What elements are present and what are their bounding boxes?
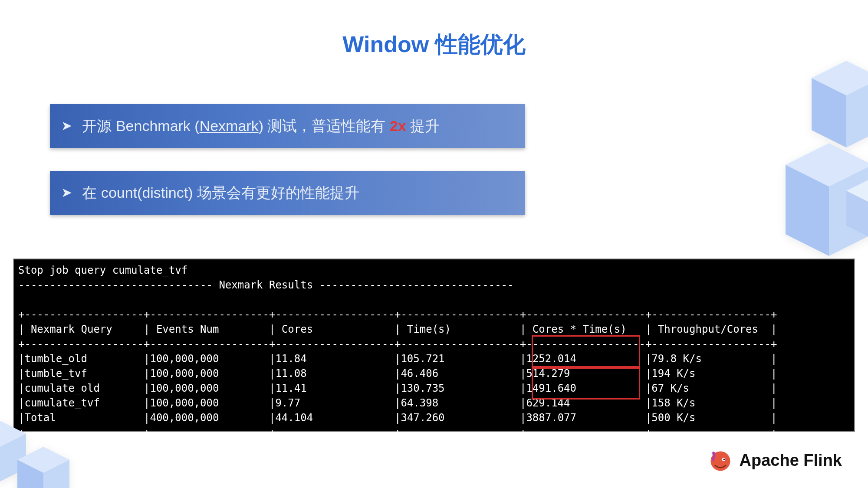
table-row: |Total |400,000,000 |44.104 |347.260 |38… (18, 412, 777, 424)
term-line: ------------------------------- Nexmark … (18, 279, 514, 291)
term-hr: +-------------------+-------------------… (18, 308, 777, 321)
brand-footer: Apache Flink (707, 447, 842, 473)
term-header: | Nexmark Query | Events Num | Cores | T… (18, 323, 777, 335)
bullet1-mid: ) 测试，普适性能有 (259, 118, 390, 134)
bullet-count-distinct: ➤ 在 count(distinct) 场景会有更好的性能提升 (50, 171, 525, 215)
table-row: |tumble_tvf |100,000,000 |11.08 |46.406 … (18, 367, 777, 380)
term-line: Stop job query cumulate_tvf (18, 264, 187, 276)
bullet1-pre: 开源 Benchmark ( (82, 118, 199, 134)
table-row: |tumble_old |100,000,000 |11.84 |105.721… (18, 353, 777, 365)
brand-label: Apache Flink (740, 451, 842, 470)
bullet1-post: 提升 (406, 118, 440, 134)
page-title: Window 性能优化 (0, 29, 868, 60)
term-hr: +-------------------+-------------------… (18, 338, 777, 350)
bullet-benchmark: ➤ 开源 Benchmark (Nexmark) 测试，普适性能有 2x 提升 (50, 104, 525, 148)
bullet-arrow-icon: ➤ (61, 118, 72, 134)
terminal-output: Stop job query cumulate_tvf ------------… (13, 259, 855, 432)
highlight-box-tumble (532, 335, 640, 367)
deco-cubes-left (0, 408, 104, 488)
term-hr: +-------------------+-------------------… (18, 426, 777, 439)
flink-squirrel-icon (707, 447, 733, 473)
table-row: |cumulate_tvf |100,000,000 |9.77 |64.398… (18, 397, 777, 409)
bullet2-text: 在 count(distinct) 场景会有更好的性能提升 (82, 184, 359, 201)
highlight-box-cumulate (532, 367, 640, 400)
svg-point-17 (723, 459, 725, 460)
deco-cubes-right (760, 52, 868, 278)
bullet-arrow-icon: ➤ (61, 185, 72, 200)
slide: Window 性能优化 ➤ 开源 Benchmark (Nexmark) 测试，… (0, 0, 868, 488)
bullet1-link[interactable]: Nexmark (200, 118, 259, 134)
bullet1-highlight: 2x (390, 118, 406, 134)
table-row: |cumulate_old |100,000,000 |11.41 |130.7… (18, 382, 777, 394)
